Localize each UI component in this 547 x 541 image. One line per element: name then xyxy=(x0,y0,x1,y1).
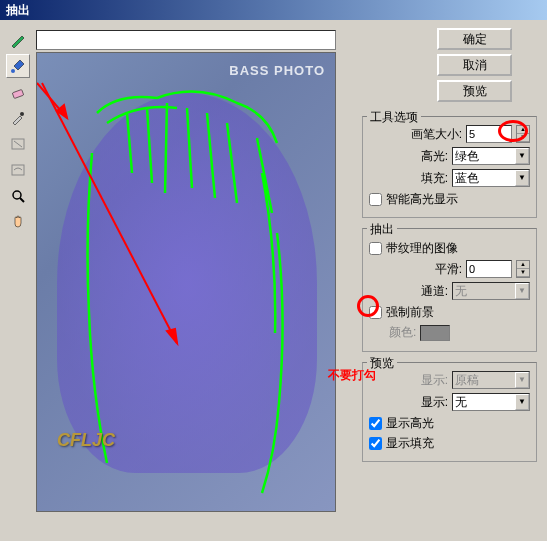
svg-line-6 xyxy=(20,198,24,202)
chevron-down-icon: ▼ xyxy=(515,148,529,164)
textured-checkbox[interactable] xyxy=(369,242,382,255)
svg-rect-4 xyxy=(12,165,24,175)
annotation-text-dontcheck: 不要打勾 xyxy=(328,367,376,384)
titlebar: 抽出 xyxy=(0,0,547,20)
channel-dropdown[interactable]: 无▼ xyxy=(452,282,530,300)
smooth-label: 平滑: xyxy=(435,261,462,278)
chevron-down-icon: ▼ xyxy=(515,394,529,410)
svg-line-7 xyxy=(42,83,177,343)
color-swatch[interactable] xyxy=(420,325,450,341)
show-highlight-label: 显示高光 xyxy=(386,415,434,432)
show-original-label: 显示: xyxy=(421,372,448,389)
content: BASS PHOTO CFLJC 确定 取消 预览 工具选项 画笔大小: ▲▼ … xyxy=(0,20,547,541)
show-as-dropdown[interactable]: 无▼ xyxy=(452,393,530,411)
svg-point-0 xyxy=(11,69,15,73)
chevron-down-icon: ▼ xyxy=(515,372,529,388)
smooth-spinner[interactable]: ▲▼ xyxy=(516,260,530,278)
color-label: 颜色: xyxy=(389,324,416,341)
cancel-button[interactable]: 取消 xyxy=(437,54,512,76)
preview-button[interactable]: 预览 xyxy=(437,80,512,102)
svg-rect-1 xyxy=(12,89,23,98)
channel-label: 通道: xyxy=(421,283,448,300)
ok-button[interactable]: 确定 xyxy=(437,28,512,50)
tool-options-title: 工具选项 xyxy=(367,109,421,126)
edge-highlighter-tool[interactable] xyxy=(6,28,30,52)
cleanup-tool[interactable] xyxy=(6,132,30,156)
toolbar xyxy=(0,20,36,541)
fill-label: 填充: xyxy=(421,170,448,187)
smart-highlight-checkbox[interactable] xyxy=(369,193,382,206)
highlight-dropdown[interactable]: 绿色▼ xyxy=(452,147,530,165)
svg-point-5 xyxy=(13,191,21,199)
textured-label: 带纹理的图像 xyxy=(386,240,458,257)
show-as-label: 显示: xyxy=(421,394,448,411)
hand-tool[interactable] xyxy=(6,210,30,234)
brush-size-spinner[interactable]: ▲▼ xyxy=(516,125,530,143)
svg-point-2 xyxy=(20,112,24,116)
show-fill-checkbox[interactable] xyxy=(369,437,382,450)
fill-tool[interactable] xyxy=(6,54,30,78)
preview-group: 预览 显示: 原稿▼ 显示: 无▼ 显示高光 显示填充 xyxy=(362,362,537,462)
chevron-down-icon: ▼ xyxy=(515,283,529,299)
highlight-label: 高光: xyxy=(421,148,448,165)
svg-marker-8 xyxy=(167,329,177,343)
force-fg-label: 强制前景 xyxy=(386,304,434,321)
image-preview[interactable]: BASS PHOTO CFLJC xyxy=(36,52,336,512)
edge-touchup-tool[interactable] xyxy=(6,158,30,182)
smart-highlight-label: 智能高光显示 xyxy=(386,191,458,208)
watermark-bottom: CFLJC xyxy=(57,430,115,451)
chevron-down-icon: ▼ xyxy=(515,170,529,186)
canvas-area: BASS PHOTO CFLJC xyxy=(36,20,352,541)
zoom-tool[interactable] xyxy=(6,184,30,208)
extract-group: 抽出 带纹理的图像 平滑: ▲▼ 通道: 无▼ 强制前景 颜色: xyxy=(362,228,537,352)
smooth-input[interactable] xyxy=(466,260,512,278)
show-fill-label: 显示填充 xyxy=(386,435,434,452)
eraser-tool[interactable] xyxy=(6,80,30,104)
preview-bar xyxy=(36,30,336,50)
brush-size-label: 画笔大小: xyxy=(411,126,462,143)
show-original-dropdown[interactable]: 原稿▼ xyxy=(452,371,530,389)
right-panel: 确定 取消 预览 工具选项 画笔大小: ▲▼ 高光: 绿色▼ 填充: 蓝色▼ 智… xyxy=(352,20,547,541)
tool-options-group: 工具选项 画笔大小: ▲▼ 高光: 绿色▼ 填充: 蓝色▼ 智能高光显示 xyxy=(362,116,537,218)
extract-title: 抽出 xyxy=(367,221,397,238)
watermark-top: BASS PHOTO xyxy=(229,63,325,78)
show-highlight-checkbox[interactable] xyxy=(369,417,382,430)
force-fg-checkbox[interactable] xyxy=(369,306,382,319)
brush-size-input[interactable] xyxy=(466,125,512,143)
eyedropper-tool[interactable] xyxy=(6,106,30,130)
fill-dropdown[interactable]: 蓝色▼ xyxy=(452,169,530,187)
